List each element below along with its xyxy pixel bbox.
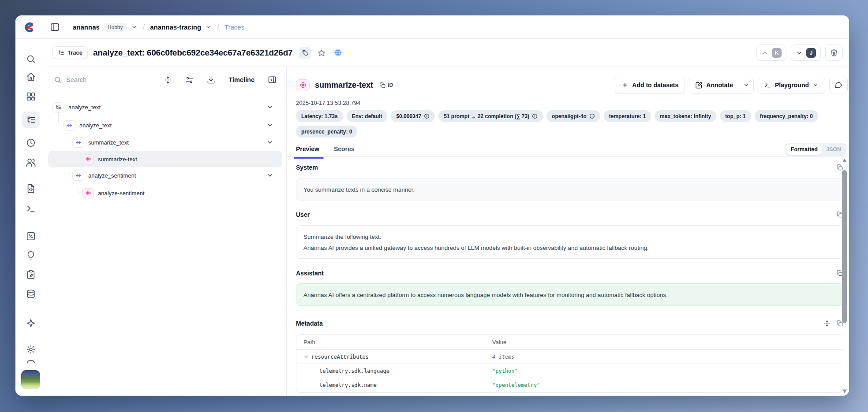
observation-badges-row1: Latency: 1.73s Env: default $0.000347 51… (296, 110, 818, 122)
span-node-icon (64, 120, 75, 130)
collapse-all-icon[interactable] (164, 76, 172, 84)
annotate-dropdown-button[interactable] (739, 77, 753, 93)
annotate-button[interactable]: Annotate (689, 77, 739, 93)
tree-header-icons: Timeline (164, 75, 277, 84)
next-trace-button[interactable]: J (791, 45, 821, 61)
trace-type-label: Trace (67, 49, 82, 56)
column-path: Path (296, 339, 492, 345)
scores-percent-icon[interactable] (26, 231, 36, 241)
search-icon[interactable] (26, 54, 36, 64)
scrollbar-up-arrow[interactable] (842, 159, 847, 162)
table-row[interactable]: telemetry.sdk.name "opentelemetry" (296, 378, 843, 392)
globe-icon (334, 48, 342, 57)
breadcrumb-org[interactable]: anannas (73, 23, 100, 31)
settings-gear-icon[interactable] (26, 345, 36, 354)
tag-button[interactable] (299, 47, 311, 59)
tree-node-generation[interactable]: analyze-sentiment (48, 185, 282, 201)
token-usage-badge[interactable]: 51 prompt → 22 completion (∑ 73) (438, 110, 543, 122)
generation-type-icon (296, 79, 310, 91)
tree-node-span[interactable]: summarize_text (48, 134, 282, 151)
format-json-option[interactable]: JSON (822, 144, 845, 155)
playground-button[interactable]: Playground (758, 77, 825, 93)
id-label: ID (388, 82, 393, 88)
bookmark-star-button[interactable] (315, 47, 328, 59)
metadata-heading: Metadata (296, 320, 323, 327)
comments-button[interactable] (829, 77, 848, 93)
delete-trace-button[interactable] (825, 45, 843, 61)
terminal-icon (764, 82, 771, 89)
user-message-line2: Anannas AI provides a unified gateway to… (303, 242, 836, 253)
metadata-value: "python" (492, 368, 518, 374)
collapse-panel-icon[interactable] (268, 75, 277, 84)
users-icon[interactable] (26, 157, 36, 167)
user-menu-icon[interactable] (27, 360, 35, 363)
sidebar-toggle-icon[interactable] (50, 22, 60, 32)
info-icon (424, 113, 430, 119)
timeline-toggle[interactable]: Timeline (228, 76, 254, 83)
annotate-label: Annotate (706, 82, 733, 89)
kbd-k-badge: K (772, 48, 782, 58)
copy-icon (379, 82, 386, 89)
playground-terminal-icon[interactable] (26, 204, 36, 214)
expand-rows-icon[interactable] (823, 320, 831, 327)
tree-node-span[interactable]: analyze_sentiment (48, 167, 282, 184)
chevron-down-icon[interactable] (266, 122, 273, 129)
top-p-badge: top_p: 1 (720, 110, 751, 122)
project-chevron-down-icon[interactable] (205, 24, 212, 30)
chevron-down-icon (743, 82, 749, 88)
scrollbar[interactable] (842, 159, 847, 393)
breadcrumb-section[interactable]: Traces (224, 23, 244, 31)
avatar[interactable] (21, 370, 40, 389)
search-input[interactable] (66, 76, 132, 83)
annotate-pencil-icon (695, 82, 703, 89)
table-row[interactable]: telemetry.sdk.language "python" (296, 364, 843, 378)
upgrade-sparkle-icon[interactable] (26, 318, 36, 328)
icon-rail (15, 39, 46, 396)
detail-actions: Add to datasets Annotate Playground (615, 77, 848, 93)
chevron-down-icon[interactable] (266, 104, 273, 111)
user-heading: User (296, 211, 310, 218)
previous-trace-button[interactable]: K (756, 45, 786, 61)
assistant-heading: Assistant (296, 270, 324, 277)
chevron-down-icon[interactable] (303, 354, 309, 360)
add-to-datasets-button[interactable]: Add to datasets (615, 77, 685, 93)
trash-icon (830, 49, 838, 57)
scrollbar-thumb[interactable] (842, 170, 847, 323)
plan-badge: Hobby (104, 23, 127, 32)
download-icon[interactable] (207, 76, 215, 84)
sidebar-item-tracing[interactable] (22, 111, 40, 128)
assistant-message-box: Anannas AI offers a centralized platform… (296, 283, 843, 306)
model-badge[interactable]: openai/gpt-4o (546, 110, 600, 122)
table-row[interactable]: resourceAttributes 4 items (296, 350, 843, 364)
dashboard-grid-icon[interactable] (26, 92, 36, 101)
scrollbar-down-arrow[interactable] (842, 390, 847, 393)
format-formatted-option[interactable]: Formatted (786, 144, 822, 155)
sessions-clock-icon[interactable] (26, 138, 36, 148)
tree-node-span[interactable]: analyze_text (48, 117, 282, 134)
chevron-down-icon[interactable] (266, 172, 273, 179)
evaluator-lightbulb-icon[interactable] (26, 251, 36, 260)
tree-node-trace[interactable]: analyze_text (48, 99, 282, 115)
copy-id-button[interactable]: ID (379, 82, 393, 89)
chevron-down-icon (812, 82, 819, 88)
breadcrumb-project[interactable]: anannas-tracing (150, 23, 201, 31)
latency-badge: Latency: 1.73s (296, 110, 343, 122)
tree-node-generation-selected[interactable]: summarize-text (48, 151, 282, 167)
env-badge: Env: default (347, 110, 388, 122)
trace-tree-icon (58, 49, 64, 56)
tree-panel-header: Timeline (46, 67, 286, 93)
public-share-button[interactable] (332, 47, 344, 59)
view-settings-icon[interactable] (185, 76, 194, 84)
tree-node-label: analyze_sentiment (88, 172, 136, 179)
cost-badge[interactable]: $0.000347 (391, 110, 435, 122)
org-chevron-down-icon[interactable] (131, 24, 138, 30)
frequency-penalty-badge: frequency_penalty: 0 (755, 110, 818, 122)
chevron-up-icon (761, 49, 768, 56)
prompts-file-code-icon[interactable] (26, 184, 36, 193)
home-icon[interactable] (26, 72, 36, 82)
comment-bubble-icon (834, 81, 842, 89)
datasets-database-icon[interactable] (26, 289, 36, 299)
metadata-value: 4 items (492, 354, 515, 360)
annotation-clipboard-icon[interactable] (26, 270, 36, 279)
chevron-down-icon[interactable] (266, 139, 273, 146)
